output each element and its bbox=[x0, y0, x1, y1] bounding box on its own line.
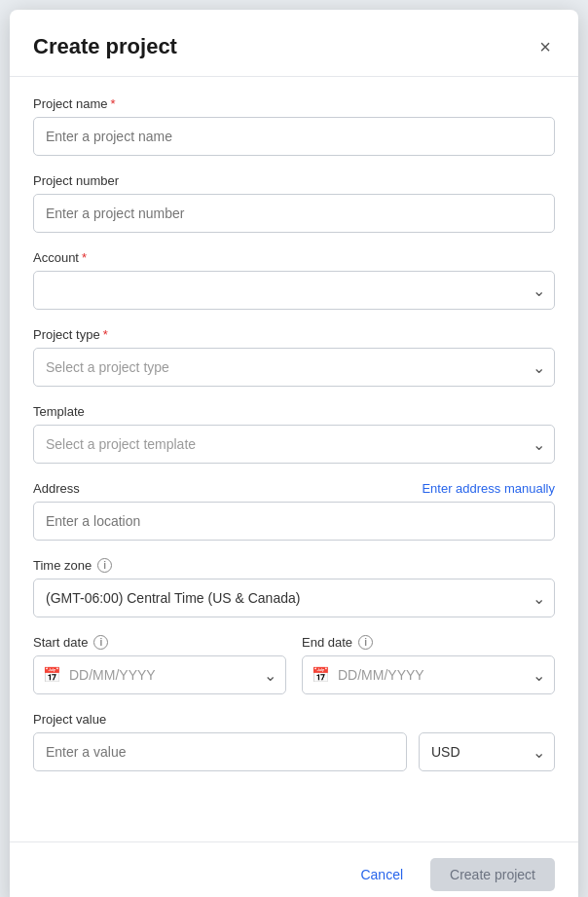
project-number-input[interactable] bbox=[33, 194, 555, 233]
cancel-button[interactable]: Cancel bbox=[345, 859, 419, 890]
address-group: Address Enter address manually bbox=[33, 481, 555, 541]
start-date-group: Start date i 📅 DD/MM/YYYY ⌄ bbox=[33, 635, 286, 694]
start-date-select[interactable]: DD/MM/YYYY bbox=[33, 655, 286, 694]
account-group: Account * ⌄ bbox=[33, 250, 555, 310]
end-date-select-wrapper: 📅 DD/MM/YYYY ⌄ bbox=[302, 655, 555, 694]
address-input[interactable] bbox=[33, 502, 555, 541]
project-number-label: Project number bbox=[33, 173, 555, 188]
time-zone-select-wrapper: (GMT-06:00) Central Time (US & Canada) ⌄ bbox=[33, 579, 555, 617]
modal-header: Create project × bbox=[10, 10, 578, 77]
date-row: Start date i 📅 DD/MM/YYYY ⌄ End date bbox=[33, 635, 555, 694]
dates-group: Start date i 📅 DD/MM/YYYY ⌄ End date bbox=[33, 635, 555, 694]
required-star-type: * bbox=[103, 327, 108, 342]
currency-select-wrapper: USD ⌄ bbox=[419, 732, 555, 771]
project-type-label: Project type * bbox=[33, 327, 555, 342]
account-select[interactable] bbox=[33, 271, 555, 310]
project-type-select-wrapper: Select a project type ⌄ bbox=[33, 348, 555, 387]
project-number-group: Project number bbox=[33, 173, 555, 233]
modal-footer: Cancel Create project bbox=[10, 841, 578, 897]
close-button[interactable]: × bbox=[535, 33, 555, 60]
start-date-label: Start date i bbox=[33, 635, 286, 650]
project-name-label: Project name * bbox=[33, 96, 555, 111]
time-zone-select[interactable]: (GMT-06:00) Central Time (US & Canada) bbox=[33, 579, 555, 617]
end-date-label: End date i bbox=[302, 635, 555, 650]
create-project-modal: Create project × Project name * Project … bbox=[10, 10, 578, 897]
template-group: Template Select a project template ⌄ bbox=[33, 404, 555, 464]
required-star: * bbox=[111, 96, 116, 111]
start-date-select-wrapper: 📅 DD/MM/YYYY ⌄ bbox=[33, 655, 286, 694]
project-type-select[interactable]: Select a project type bbox=[33, 348, 555, 387]
template-select-wrapper: Select a project template ⌄ bbox=[33, 425, 555, 464]
project-type-group: Project type * Select a project type ⌄ bbox=[33, 327, 555, 387]
modal-body: Project name * Project number Account * … bbox=[10, 77, 578, 841]
currency-select[interactable]: USD bbox=[419, 732, 555, 771]
account-select-wrapper: ⌄ bbox=[33, 271, 555, 310]
template-select[interactable]: Select a project template bbox=[33, 425, 555, 464]
project-value-input-wrapper bbox=[33, 732, 407, 771]
start-date-info-icon: i bbox=[93, 635, 108, 650]
address-label: Address bbox=[33, 481, 80, 496]
project-value-input[interactable] bbox=[33, 732, 407, 771]
project-value-group: Project value USD ⌄ bbox=[33, 712, 555, 771]
time-zone-info-icon: i bbox=[97, 558, 112, 573]
end-date-select[interactable]: DD/MM/YYYY bbox=[302, 655, 555, 694]
create-project-button[interactable]: Create project bbox=[430, 858, 555, 891]
required-star-account: * bbox=[82, 250, 87, 265]
end-date-group: End date i 📅 DD/MM/YYYY ⌄ bbox=[302, 635, 555, 694]
address-label-row: Address Enter address manually bbox=[33, 481, 555, 496]
enter-address-manually-button[interactable]: Enter address manually bbox=[422, 481, 555, 496]
project-name-group: Project name * bbox=[33, 96, 555, 156]
end-date-info-icon: i bbox=[358, 635, 373, 650]
account-label: Account * bbox=[33, 250, 555, 265]
modal-title: Create project bbox=[33, 34, 177, 59]
project-value-label: Project value bbox=[33, 712, 555, 727]
project-value-row: USD ⌄ bbox=[33, 732, 555, 771]
time-zone-group: Time zone i (GMT-06:00) Central Time (US… bbox=[33, 558, 555, 617]
project-name-input[interactable] bbox=[33, 117, 555, 156]
template-label: Template bbox=[33, 404, 555, 419]
time-zone-label: Time zone i bbox=[33, 558, 555, 573]
